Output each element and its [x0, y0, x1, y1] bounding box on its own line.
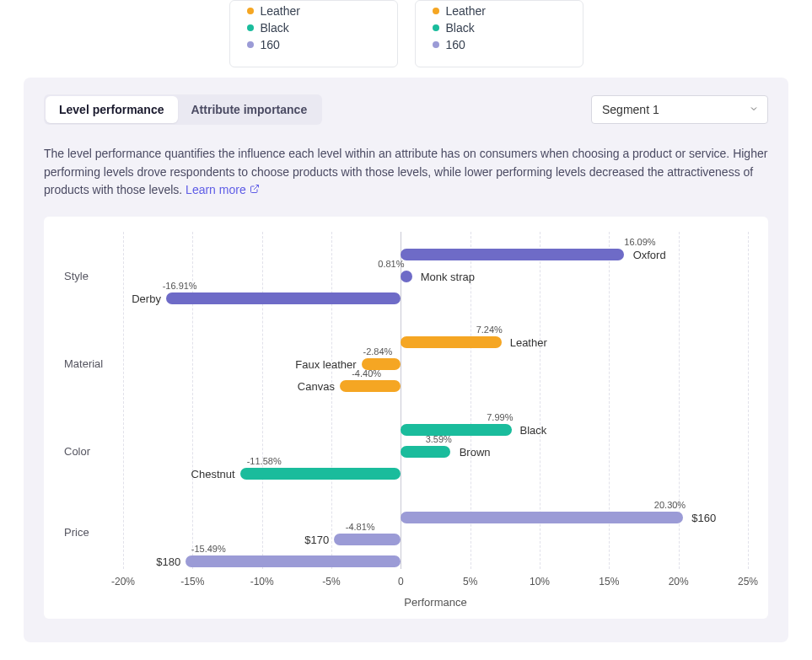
card-label: Leather: [446, 4, 486, 18]
bar-row-faux: -2.84% Faux leather: [123, 358, 748, 370]
bar-label: Leather: [510, 336, 547, 349]
x-tick: 5%: [463, 576, 477, 588]
bar-row-oxford: 16.09% Oxford: [123, 249, 748, 260]
panel-description: The level performance quantifies the inf…: [44, 145, 768, 200]
summary-cards-row: Leather Black 160 Leather Black 160: [24, 0, 788, 67]
bar-value: -15.49%: [191, 544, 226, 554]
dot-icon: [247, 41, 254, 48]
bar-label: $170: [304, 534, 329, 546]
segment-select[interactable]: Segment 1: [591, 95, 768, 124]
x-tick: -20%: [111, 576, 135, 588]
bar-row-leather: 7.24% Leather: [123, 336, 748, 348]
bar-row-canvas: -4.40% Canvas: [123, 380, 748, 392]
attr-label-style: Style: [64, 232, 123, 319]
attr-label-price: Price: [64, 495, 123, 569]
panel-header-row: Level performance Attribute importance S…: [44, 94, 768, 125]
bar-label: Black: [520, 424, 547, 437]
x-axis-label: Performance: [123, 596, 748, 609]
card-label: Black: [261, 21, 289, 35]
bar-row-chestnut: -11.58% Chestnut: [123, 468, 748, 480]
card-label: Black: [446, 21, 475, 35]
x-tick: 25%: [738, 576, 758, 588]
bar-row-monk: 0.81% Monk strap: [123, 271, 748, 282]
summary-card: Leather Black 160: [415, 0, 583, 67]
bar-row-p160: 20.30% $160: [123, 512, 748, 523]
bar-row-p180: -15.49% $180: [123, 555, 748, 567]
x-tick: -15%: [180, 576, 204, 588]
bar-row-brown: 3.59% Brown: [123, 446, 748, 458]
bar-label: Derby: [132, 292, 161, 305]
card-label: 160: [261, 38, 280, 51]
chevron-down-icon: [749, 103, 759, 116]
bar-label: Faux leather: [295, 358, 356, 371]
bar-label: $180: [156, 555, 180, 568]
card-row: 160: [247, 38, 380, 51]
card-row: Black: [433, 21, 566, 35]
bar-label: $160: [691, 512, 716, 524]
learn-more-link[interactable]: Learn more: [186, 181, 260, 200]
bar-value: 7.99%: [487, 412, 513, 422]
card-row: Leather: [433, 4, 566, 18]
bar-value: -16.91%: [163, 281, 197, 291]
dot-icon: [433, 24, 439, 31]
bar-row-derby: -16.91% Derby: [123, 292, 748, 304]
x-axis: -20% -15% -10% -5% 0 5% 10% 15% 20% 25%: [123, 576, 748, 591]
card-label: 160: [446, 38, 465, 51]
bar-value: -4.81%: [346, 522, 375, 532]
chart-plot: 16.09% Oxford 0.81% Monk strap -16.91% D…: [123, 232, 748, 609]
tab-group: Level performance Attribute importance: [44, 94, 322, 125]
attr-label-material: Material: [64, 319, 123, 407]
bar-label: Brown: [460, 446, 491, 459]
x-tick: 10%: [530, 576, 550, 588]
dot-icon: [433, 8, 439, 14]
summary-card: Leather Black 160: [229, 0, 398, 67]
bar-value: 7.24%: [476, 325, 503, 335]
x-tick: -5%: [322, 576, 340, 588]
tab-level-performance[interactable]: Level performance: [46, 96, 178, 123]
bar-value: 3.59%: [426, 434, 452, 444]
chart-card: Style Material Color Price: [44, 217, 768, 619]
bar-label: Chestnut: [191, 468, 235, 480]
bar-label: Canvas: [298, 380, 335, 393]
x-tick: 20%: [669, 576, 689, 588]
attr-label-color: Color: [64, 407, 123, 495]
dot-icon: [247, 24, 254, 31]
bar-value: -11.58%: [247, 456, 282, 466]
segment-select-value: Segment 1: [602, 103, 659, 116]
card-row: Black: [247, 21, 380, 35]
bar-value: -4.40%: [352, 368, 381, 378]
x-tick: -10%: [250, 576, 274, 588]
bar-value: 16.09%: [624, 237, 655, 247]
dot-icon: [247, 8, 254, 14]
external-link-icon: [250, 181, 260, 200]
tab-attribute-importance[interactable]: Attribute importance: [178, 96, 321, 123]
bar-value: -2.84%: [363, 346, 393, 357]
bar-label: Monk strap: [421, 271, 475, 283]
dot-icon: [433, 41, 439, 48]
level-performance-panel: Level performance Attribute importance S…: [24, 78, 788, 642]
card-row: Leather: [247, 4, 380, 18]
card-label: Leather: [261, 4, 300, 18]
bar-label: Oxford: [633, 249, 666, 261]
x-tick: 15%: [599, 576, 619, 588]
bar-value: 20.30%: [654, 500, 686, 510]
svg-line-0: [254, 185, 259, 190]
chart-category-column: Style Material Color Price: [64, 232, 123, 609]
x-tick: 0: [398, 576, 404, 588]
bar-value: 0.81%: [378, 259, 404, 269]
card-row: 160: [433, 38, 566, 51]
